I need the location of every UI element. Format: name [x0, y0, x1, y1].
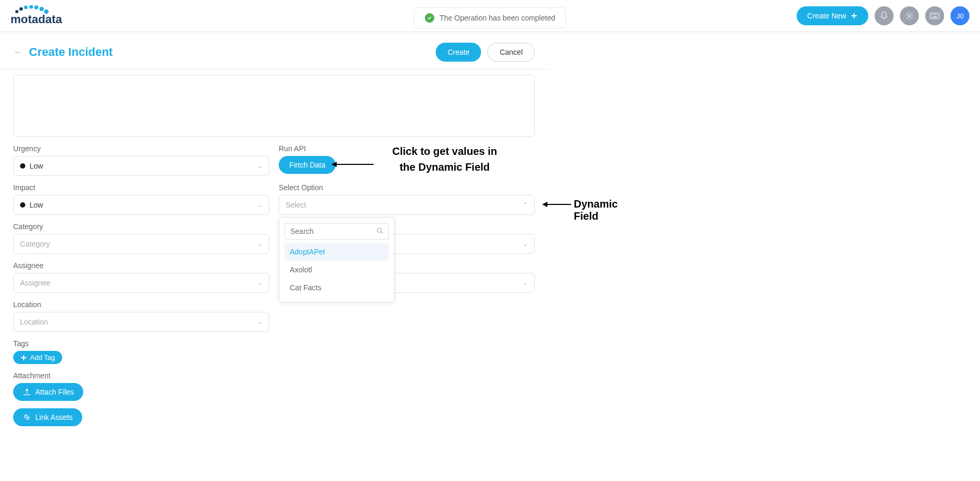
assignee-field: Assignee Assignee ⌄: [13, 261, 269, 293]
attachment-field: Attachment Attach Files: [13, 371, 535, 401]
form-row-category: Category Category ⌄ ⌄: [13, 222, 535, 254]
bell-icon: [879, 11, 889, 21]
chevron-down-icon: ⌄: [257, 162, 262, 170]
chevron-down-icon: ⌄: [257, 201, 262, 209]
location-placeholder: Location: [20, 318, 48, 326]
create-new-button[interactable]: Create New: [797, 6, 868, 25]
priority-dot-icon: [20, 163, 25, 169]
svg-point-3: [29, 5, 33, 9]
annotation-arrow-dynamic: [542, 200, 571, 209]
fetch-data-button[interactable]: Fetch Data: [279, 156, 336, 174]
location-field: Location Location ⌄: [13, 300, 269, 332]
svg-rect-12: [935, 14, 936, 15]
success-check-icon: [425, 13, 434, 23]
logo-svg: motadata: [11, 5, 84, 26]
upload-icon: [23, 388, 31, 396]
svg-text:motadata: motadata: [11, 13, 63, 26]
app-header: motadata The Operation has been complete…: [0, 0, 980, 32]
svg-rect-10: [932, 14, 933, 15]
search-icon: [376, 227, 384, 237]
link-assets-field: Link Assets: [13, 408, 535, 426]
select-option-select[interactable]: Select ⌃: [279, 195, 535, 215]
dropdown-option[interactable]: AdoptAPet: [285, 243, 389, 261]
keyboard-button[interactable]: [925, 6, 944, 25]
svg-rect-9: [930, 13, 939, 19]
svg-point-4: [34, 5, 38, 9]
tags-field: Tags Add Tag: [13, 339, 535, 364]
urgency-select[interactable]: Low ⌄: [13, 156, 269, 176]
svg-point-17: [377, 228, 381, 232]
svg-point-2: [24, 6, 28, 9]
svg-marker-20: [542, 202, 547, 207]
create-new-label: Create New: [807, 12, 846, 20]
plus-icon: [850, 12, 858, 19]
impact-label: Impact: [13, 183, 269, 192]
svg-point-5: [40, 7, 44, 11]
chevron-down-icon: ⌄: [257, 318, 262, 326]
create-button[interactable]: Create: [436, 43, 481, 62]
chevron-up-icon: ⌃: [523, 201, 528, 209]
svg-rect-14: [933, 17, 937, 18]
priority-dot-icon: [20, 202, 25, 208]
svg-rect-13: [936, 14, 937, 15]
dropdown-search-input[interactable]: [285, 223, 389, 240]
chevron-down-icon: ⌄: [257, 240, 262, 248]
select-option-label: Select Option: [279, 183, 535, 192]
toast-message: The Operation has been completed: [439, 14, 555, 22]
run-api-label: Run API: [279, 144, 535, 153]
keyboard-icon: [930, 12, 939, 19]
impact-field: Impact Low ⌄: [13, 183, 269, 215]
category-placeholder: Category: [20, 240, 50, 248]
add-tag-label: Add Tag: [30, 354, 55, 361]
link-assets-button[interactable]: Link Assets: [13, 408, 82, 426]
page-title: Create Incident: [29, 45, 113, 59]
assignee-select[interactable]: Assignee ⌄: [13, 273, 269, 293]
avatar-text: J0: [956, 12, 964, 20]
attach-files-button[interactable]: Attach Files: [13, 383, 83, 401]
plus-icon: [21, 355, 27, 361]
cancel-button[interactable]: Cancel: [487, 43, 535, 62]
impact-select[interactable]: Low ⌄: [13, 195, 269, 215]
chevron-down-icon: ⌄: [523, 240, 528, 248]
description-textarea[interactable]: [13, 75, 535, 137]
header-actions: Create New J0: [797, 6, 969, 25]
tags-label: Tags: [13, 339, 535, 348]
select-option-field: Select Option Select ⌃ AdoptAPet Axolotl…: [279, 183, 535, 215]
annotation-arrow-fetch: [331, 160, 374, 169]
category-select[interactable]: Category ⌄: [13, 234, 269, 254]
settings-button[interactable]: [900, 6, 919, 25]
link-assets-label: Link Assets: [35, 413, 73, 421]
back-arrow-icon[interactable]: ←: [13, 47, 23, 58]
urgency-field: Urgency Low ⌄: [13, 144, 269, 176]
category-label: Category: [13, 222, 269, 231]
assignee-label: Assignee: [13, 261, 269, 270]
form-row-urgency-api: Urgency Low ⌄ Run API Fetch Data Click t…: [13, 144, 535, 176]
form-row-assignee: Assignee Assignee ⌄ ⌄: [13, 261, 535, 293]
chevron-down-icon: ⌄: [257, 279, 262, 287]
attach-files-label: Attach Files: [35, 388, 74, 396]
toast-notification: The Operation has been completed: [414, 7, 566, 28]
gear-icon: [905, 11, 914, 21]
attachment-label: Attachment: [13, 371, 535, 380]
page-actions: Create Cancel: [436, 43, 535, 62]
add-tag-button[interactable]: Add Tag: [13, 351, 62, 364]
logo: motadata: [11, 5, 84, 26]
svg-point-1: [19, 7, 23, 11]
impact-value: Low: [30, 201, 43, 209]
annotation-dynamic: Dynamic Field: [574, 198, 618, 222]
dropdown-option[interactable]: Axolotl: [285, 261, 389, 279]
urgency-label: Urgency: [13, 144, 269, 153]
svg-point-8: [908, 15, 911, 17]
select-option-dropdown: AdoptAPet Axolotl Cat Facts: [279, 217, 395, 302]
svg-line-18: [381, 232, 383, 234]
user-avatar[interactable]: J0: [950, 6, 969, 25]
svg-rect-11: [933, 14, 934, 15]
link-icon: [23, 413, 31, 421]
form-row-impact-select: Impact Low ⌄ Select Option Select ⌃ A: [13, 183, 535, 215]
notifications-button[interactable]: [875, 6, 894, 25]
location-label: Location: [13, 300, 269, 309]
location-select[interactable]: Location ⌄: [13, 312, 269, 332]
category-field: Category Category ⌄: [13, 222, 269, 254]
dropdown-option[interactable]: Cat Facts: [285, 279, 389, 297]
urgency-value: Low: [30, 162, 43, 170]
